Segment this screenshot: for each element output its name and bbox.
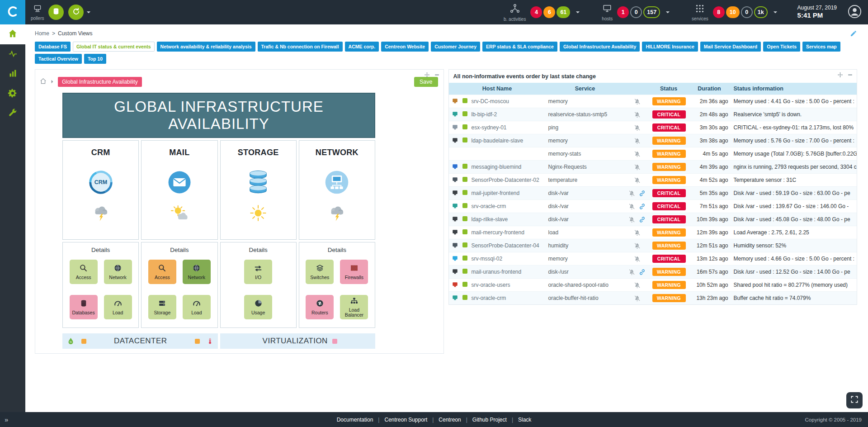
col-header-host[interactable]: Host Name	[449, 83, 546, 95]
view-tab[interactable]: Database FS	[35, 42, 71, 52]
event-host[interactable]: lb-bip-idf-2	[469, 108, 546, 121]
event-service[interactable]: memory	[546, 134, 625, 147]
collapse-widget-icon[interactable]	[847, 72, 853, 78]
collapse-widget-icon[interactable]	[434, 72, 440, 78]
sidebar-item-configuration[interactable]	[0, 84, 25, 104]
event-service[interactable]: disk-/usr	[546, 266, 625, 279]
edit-view-icon[interactable]	[850, 30, 857, 37]
event-service[interactable]: Nginx-Requests	[546, 161, 625, 174]
chevron-down-icon[interactable]	[665, 9, 671, 15]
col-header-status[interactable]: Status	[650, 83, 688, 95]
event-row[interactable]: srv-DC-moscou memory WARNING 2m 36s ago …	[449, 95, 857, 108]
event-host[interactable]: srv-mssql-02	[469, 252, 546, 266]
col-header-service[interactable]: Service	[546, 83, 625, 95]
service-tile[interactable]: Access	[70, 260, 98, 284]
event-row[interactable]: memory-stats WARNING 4m 5s ago Memory us…	[449, 147, 857, 161]
service-tile[interactable]: I/O	[244, 260, 272, 284]
service-tile[interactable]: Load Balancer	[340, 295, 368, 319]
footer-link[interactable]: Github Project	[472, 417, 507, 423]
sidebar-item-reporting[interactable]	[0, 64, 25, 84]
event-row[interactable]: srv-oracle-crm oracle-buffer-hit-ratio W…	[449, 292, 857, 305]
footer-link[interactable]: Slack	[518, 417, 531, 423]
event-row[interactable]: ldap-baudelaire-slave memory WARNING 3m …	[449, 134, 857, 147]
service-tile[interactable]: Load	[183, 295, 211, 319]
move-widget-icon[interactable]	[424, 72, 430, 78]
widget-home-icon[interactable]	[40, 78, 47, 86]
event-service[interactable]: disk-/var	[546, 200, 625, 213]
counter-badge[interactable]: 4	[530, 6, 542, 18]
event-host[interactable]: srv-oracle-users	[469, 279, 546, 292]
view-tab[interactable]: Services map	[802, 42, 840, 52]
counter-badge[interactable]: 8	[713, 6, 725, 18]
counter-group[interactable]: services 81001k	[692, 4, 778, 21]
event-service[interactable]: oracle-buffer-hit-ratio	[546, 292, 625, 305]
pollers-menu[interactable]: pollers	[31, 4, 44, 21]
event-service[interactable]: humidity	[546, 239, 625, 252]
footer-link[interactable]: Centreon Support	[384, 417, 427, 423]
service-tile[interactable]: Access	[148, 260, 176, 284]
event-host[interactable]: mail-mercury-frontend	[469, 226, 546, 239]
counter-badge[interactable]: 1k	[754, 6, 768, 18]
service-tile[interactable]: Firewalls	[340, 260, 368, 284]
event-service[interactable]: memory	[546, 95, 625, 108]
event-host[interactable]: SensorProbe-Datacenter-04	[469, 239, 546, 252]
event-host[interactable]: ldap-baudelaire-slave	[469, 134, 546, 147]
event-row[interactable]: ldap-rilke-slave disk-/var CRITICAL 10m …	[449, 213, 857, 226]
view-tab[interactable]: Network availability & reliability analy…	[157, 42, 255, 52]
chevron-down-icon[interactable]	[575, 9, 581, 15]
service-tile[interactable]: Switches	[306, 260, 334, 284]
view-tab[interactable]: Customer Journey	[431, 42, 480, 52]
event-service[interactable]: realservice-status-smtp5	[546, 108, 625, 121]
footer-link[interactable]: Documentation	[337, 417, 373, 423]
col-header-duration[interactable]: Duration	[688, 83, 731, 95]
event-row[interactable]: SensorProbe-Datacenter-02 temperature WA…	[449, 174, 857, 187]
service-tile[interactable]: Usage	[244, 295, 272, 319]
event-row[interactable]: messaging-bluemind Nginx-Requests WARNIN…	[449, 161, 857, 174]
event-service[interactable]: temperature	[546, 174, 625, 187]
pollers-chevron-icon[interactable]	[85, 9, 92, 15]
fullscreen-button[interactable]	[846, 392, 863, 408]
link-icon[interactable]	[639, 216, 646, 223]
event-row[interactable]: lb-bip-idf-2 realservice-status-smtp5 CR…	[449, 108, 857, 121]
counter-badge[interactable]: 10	[726, 6, 740, 18]
sidebar-item-monitoring[interactable]	[0, 44, 25, 64]
service-tile[interactable]: Network	[183, 260, 211, 284]
user-avatar[interactable]	[848, 5, 862, 20]
view-tab[interactable]: HILLMORE Insurance	[642, 42, 698, 52]
view-name-badge[interactable]: Global Infrastructure Availability	[58, 77, 142, 87]
event-row[interactable]: srv-oracle-users oracle-shared-spool-rat…	[449, 279, 857, 292]
save-button[interactable]: Save	[414, 77, 438, 87]
poller-database-button[interactable]	[48, 5, 64, 20]
sidebar-item-home[interactable]	[0, 24, 25, 44]
event-service[interactable]: oracle-shared-spool-ratio	[546, 279, 625, 292]
col-header-info[interactable]: Status information	[731, 83, 857, 95]
counter-group[interactable]: b. activities 4661	[504, 3, 581, 22]
service-tile[interactable]: Load	[104, 295, 132, 319]
breadcrumb-home[interactable]: Home	[35, 30, 49, 37]
counter-badge[interactable]: 6	[543, 6, 555, 18]
event-host[interactable]: srv-DC-moscou	[469, 95, 546, 108]
chevron-down-icon[interactable]	[772, 9, 778, 15]
counter-group[interactable]: hosts 10157	[602, 4, 671, 21]
service-tile[interactable]: Network	[104, 260, 132, 284]
link-icon[interactable]	[639, 203, 646, 210]
event-host[interactable]: mail-jupiter-frontend	[469, 187, 546, 200]
view-tab[interactable]: Top 10	[84, 54, 106, 64]
service-tile[interactable]: Storage	[148, 295, 176, 319]
event-service[interactable]: disk-/var	[546, 213, 625, 226]
event-row[interactable]: SensorProbe-Datacenter-04 humidity WARNI…	[449, 239, 857, 252]
view-tab[interactable]: Open Tickets	[763, 42, 800, 52]
view-tab[interactable]: Mail Service Dashboard	[700, 42, 761, 52]
view-tab[interactable]: ACME corp.	[345, 42, 379, 52]
view-tab[interactable]: Tactical Overview	[35, 54, 82, 64]
event-host[interactable]: srv-oracle-crm	[469, 200, 546, 213]
service-tile[interactable]: Databases	[70, 295, 98, 319]
counter-badge[interactable]: 1	[617, 6, 629, 18]
centreon-logo[interactable]	[0, 0, 25, 24]
view-tab[interactable]: Centreon Website	[381, 42, 429, 52]
event-row[interactable]: mail-mercury-frontend load WARNING 12m 3…	[449, 226, 857, 239]
event-service[interactable]: memory	[546, 252, 625, 266]
event-host[interactable]: mail-uranus-frontend	[469, 266, 546, 279]
event-row[interactable]: mail-jupiter-frontend disk-/var CRITICAL…	[449, 187, 857, 200]
service-tile[interactable]: Routers	[306, 295, 334, 319]
